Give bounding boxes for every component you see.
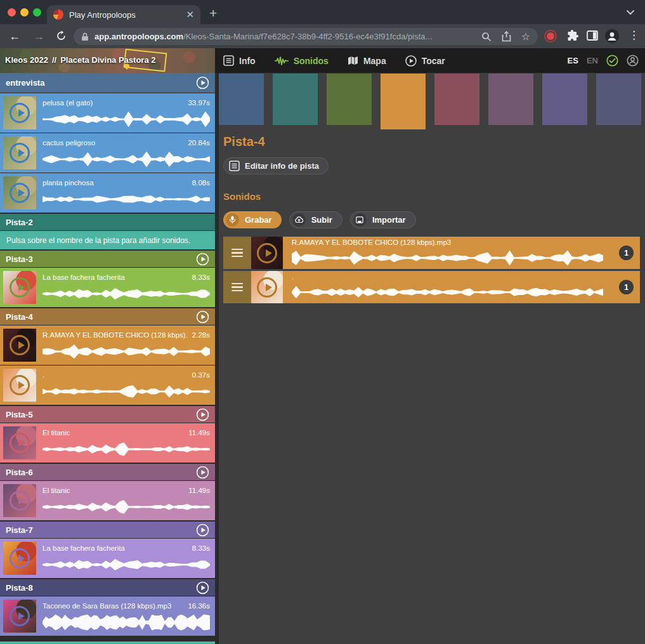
sidebar-sound-item[interactable]: La base fachera facherita8.33s	[0, 268, 215, 307]
sound-thumbnail[interactable]	[3, 176, 36, 209]
track-empty-note: Pulsa sobre el nombre de la pista para a…	[0, 231, 215, 249]
drag-handle-icon[interactable]	[223, 271, 251, 303]
bookmark-star-icon[interactable]: ☆	[521, 32, 530, 42]
check-icon[interactable]	[606, 55, 618, 67]
track-section-header[interactable]: Pista-6	[0, 464, 215, 480]
track-tab-5[interactable]	[434, 74, 479, 125]
sound-duration: 0.37s	[192, 371, 210, 379]
forward-button[interactable]: →	[33, 29, 44, 43]
sidebar-sound-item[interactable]: pelusa (el gato)33.97s	[0, 93, 215, 133]
play-icon[interactable]	[257, 277, 277, 298]
sidebar-sound-item[interactable]: El titanic11.49s	[0, 423, 215, 463]
track-tab-6[interactable]	[488, 74, 533, 125]
play-icon[interactable]	[10, 277, 30, 298]
sound-title: Taconeo de Sara Baras (128 kbps).mp3	[42, 602, 171, 610]
track-section-header[interactable]: Pista-7	[0, 522, 215, 538]
share-icon[interactable]	[502, 31, 511, 42]
browser-tab[interactable]: Play Antropoloops ✕	[47, 5, 200, 24]
sound-thumbnail[interactable]	[3, 426, 36, 459]
play-icon[interactable]	[10, 143, 30, 163]
play-icon[interactable]	[10, 433, 30, 453]
play-circle-icon[interactable]	[196, 466, 209, 479]
play-circle-icon[interactable]	[196, 76, 209, 89]
sound-thumbnail[interactable]	[3, 484, 36, 517]
sound-thumbnail[interactable]	[251, 271, 283, 303]
sidebar-sound-item[interactable]: El titanic11.49s	[0, 481, 215, 520]
play-circle-icon[interactable]	[196, 408, 209, 421]
play-circle-icon[interactable]	[196, 253, 209, 266]
window-minimize-button[interactable]	[20, 8, 29, 16]
sound-thumbnail[interactable]	[3, 600, 36, 633]
import-button[interactable]: Importar	[350, 211, 416, 228]
sidebar-sound-item[interactable]: .0.37s	[0, 365, 215, 405]
reload-button[interactable]	[56, 30, 67, 41]
sidebar-sound-item[interactable]: R.AMAYA Y EL BOBOTE CHICO (128 kbps)....…	[0, 325, 215, 365]
play-circle-icon[interactable]	[196, 581, 209, 595]
sound-thumbnail[interactable]	[251, 237, 283, 269]
sound-row[interactable]: R.AMAYA Y EL BOBOTE CHICO (128 kbps).mp3…	[223, 237, 640, 269]
sound-thumbnail[interactable]	[3, 542, 36, 575]
play-circle-icon[interactable]	[196, 310, 209, 324]
edit-track-info-button[interactable]: Editar info de pista	[223, 157, 329, 174]
sound-row[interactable]: .1	[223, 271, 640, 303]
side-panel-icon[interactable]	[587, 30, 598, 41]
play-icon[interactable]	[10, 606, 30, 626]
sidebar-sound-item[interactable]: planta pinchosa8.08s	[0, 173, 215, 213]
track-tab-7[interactable]	[542, 74, 587, 125]
track-tab-3[interactable]	[327, 74, 372, 125]
lang-en-button[interactable]: EN	[587, 56, 598, 65]
tab-close-icon[interactable]: ✕	[186, 9, 194, 20]
extension-icon[interactable]	[566, 29, 579, 42]
avatar-icon[interactable]	[604, 29, 620, 44]
track-section-header[interactable]: Pista-5	[0, 406, 215, 423]
tab-search-chevron-icon[interactable]	[626, 10, 635, 15]
sound-thumbnail[interactable]	[3, 271, 36, 304]
sidebar-sound-item[interactable]: cactus peligroso20.84s	[0, 133, 215, 173]
drag-handle-icon[interactable]	[223, 237, 251, 269]
play-icon[interactable]	[10, 548, 30, 568]
window-close-button[interactable]	[8, 8, 16, 16]
track-tab-4[interactable]	[381, 74, 426, 129]
track-tab-2[interactable]	[273, 74, 318, 125]
play-icon[interactable]	[10, 103, 30, 123]
track-section-header[interactable]: Pista-3	[0, 251, 215, 267]
track-section-header[interactable]: Pista-8	[0, 579, 215, 596]
window-zoom-button[interactable]	[33, 8, 41, 16]
sound-title: cactus peligroso	[42, 139, 95, 147]
nav-tocar[interactable]: Tocar	[405, 55, 445, 67]
back-button[interactable]: ←	[9, 29, 20, 43]
sound-thumbnail[interactable]	[3, 96, 36, 129]
more-menu-icon[interactable]: ⋮	[629, 29, 639, 42]
sound-thumbnail[interactable]	[3, 329, 36, 362]
sound-body: cactus peligroso20.84s	[36, 136, 212, 169]
play-icon[interactable]	[10, 375, 30, 395]
address-bar[interactable]: app.antropoloops.com/Kleos-Santa-Marina/…	[74, 28, 538, 45]
track-section-header[interactable]: Pista-4	[0, 308, 215, 325]
record-button[interactable]: Grabar	[223, 211, 282, 228]
sound-thumbnail[interactable]	[3, 136, 36, 169]
play-icon[interactable]	[10, 490, 30, 511]
count-badge: 1	[619, 246, 634, 260]
play-icon[interactable]	[257, 243, 277, 263]
nav-mapa[interactable]: Mapa	[348, 56, 386, 66]
record-icon[interactable]	[544, 30, 557, 43]
nav-info[interactable]: Info	[223, 55, 256, 66]
new-tab-button[interactable]: +	[209, 6, 217, 21]
sidebar-sound-item[interactable]: La base fachera facherita8.33s	[0, 539, 215, 578]
lang-es-button[interactable]: ES	[568, 56, 578, 65]
track-tab-8[interactable]	[596, 74, 641, 125]
sound-thumbnail[interactable]	[3, 369, 36, 402]
track-section-header[interactable]: entrevista	[0, 73, 215, 93]
map-header-image[interactable]: Kleos 2022//Placeta Divina Pastora 2	[0, 48, 215, 73]
track-tab-1[interactable]	[219, 74, 264, 125]
sound-waveform	[42, 286, 210, 302]
zoom-icon[interactable]	[481, 32, 492, 42]
play-icon[interactable]	[10, 183, 30, 203]
sidebar-sound-item[interactable]: Taconeo de Sara Baras (128 kbps).mp316.3…	[0, 596, 215, 636]
upload-button[interactable]: Subir	[289, 211, 342, 228]
nav-sonidos[interactable]: Sonidos	[275, 56, 329, 66]
play-circle-icon[interactable]	[196, 523, 209, 537]
track-section-header[interactable]: Pista-2	[0, 214, 215, 230]
play-icon[interactable]	[10, 335, 30, 355]
profile-icon[interactable]	[627, 55, 639, 67]
